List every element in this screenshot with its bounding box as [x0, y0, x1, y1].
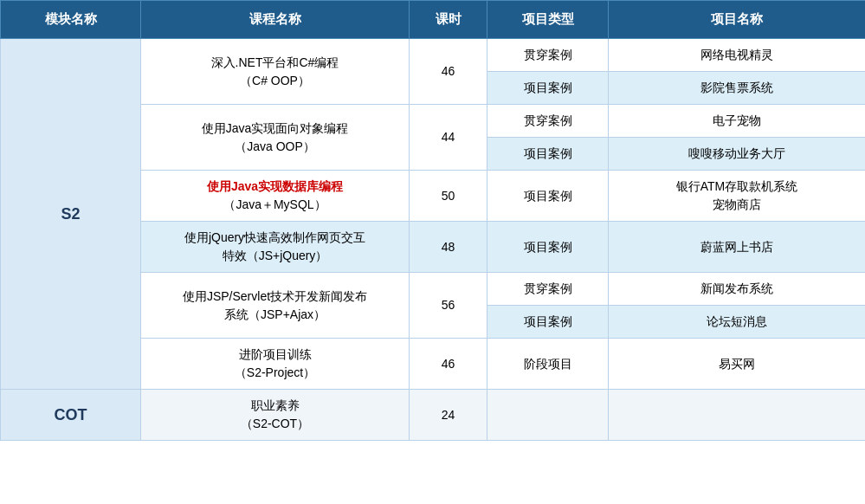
header-module: 模块名称	[1, 1, 141, 39]
course-cell: 使用Java实现面向对象编程 （Java OOP）	[141, 105, 410, 171]
type-cell: 项目案例	[487, 306, 609, 339]
course-cell: 使用JSP/Servlet技术开发新闻发布 系统（JSP+Ajax）	[141, 273, 410, 339]
hours-cell: 46	[410, 339, 487, 390]
project-cell: 易买网	[609, 339, 866, 390]
course-cell: 使用jQuery快速高效制作网页交互 特效（JS+jQuery）	[141, 222, 410, 273]
module-cot: COT	[1, 390, 141, 441]
type-cell: 贯穿案例	[487, 39, 609, 72]
project-cell: 网络电视精灵	[609, 39, 866, 72]
type-cell: 贯穿案例	[487, 273, 609, 306]
hours-cell: 56	[410, 273, 487, 339]
project-cell: 银行ATM存取款机系统 宠物商店	[609, 171, 866, 222]
type-cell: 阶段项目	[487, 339, 609, 390]
project-cell: 蔚蓝网上书店	[609, 222, 866, 273]
header-project: 项目名称	[609, 1, 866, 39]
header-hours: 课时	[410, 1, 487, 39]
type-cell: 项目案例	[487, 138, 609, 171]
type-cell: 项目案例	[487, 222, 609, 273]
hours-cell: 50	[410, 171, 487, 222]
type-cell: 贯穿案例	[487, 105, 609, 138]
header-course: 课程名称	[141, 1, 410, 39]
cot-hours-cell: 24	[410, 390, 487, 441]
hours-cell: 46	[410, 39, 487, 105]
hours-cell: 48	[410, 222, 487, 273]
cot-course-cell: 职业素养 （S2-COT）	[141, 390, 410, 441]
course-cell: 使用Java实现数据库编程（Java＋MySQL）	[141, 171, 410, 222]
type-cell: 项目案例	[487, 72, 609, 105]
project-cell: 影院售票系统	[609, 72, 866, 105]
cot-type-cell	[487, 390, 609, 441]
course-cell: 深入.NET平台和C#编程 （C# OOP）	[141, 39, 410, 105]
project-cell: 新闻发布系统	[609, 273, 866, 306]
project-cell: 嗖嗖移动业务大厅	[609, 138, 866, 171]
course-cell: 进阶项目训练 （S2-Project）	[141, 339, 410, 390]
project-cell: 电子宠物	[609, 105, 866, 138]
module-s2: S2	[1, 39, 141, 390]
hours-cell: 44	[410, 105, 487, 171]
project-cell: 论坛短消息	[609, 306, 866, 339]
type-cell: 项目案例	[487, 171, 609, 222]
cot-project-cell	[609, 390, 866, 441]
header-type: 项目类型	[487, 1, 609, 39]
